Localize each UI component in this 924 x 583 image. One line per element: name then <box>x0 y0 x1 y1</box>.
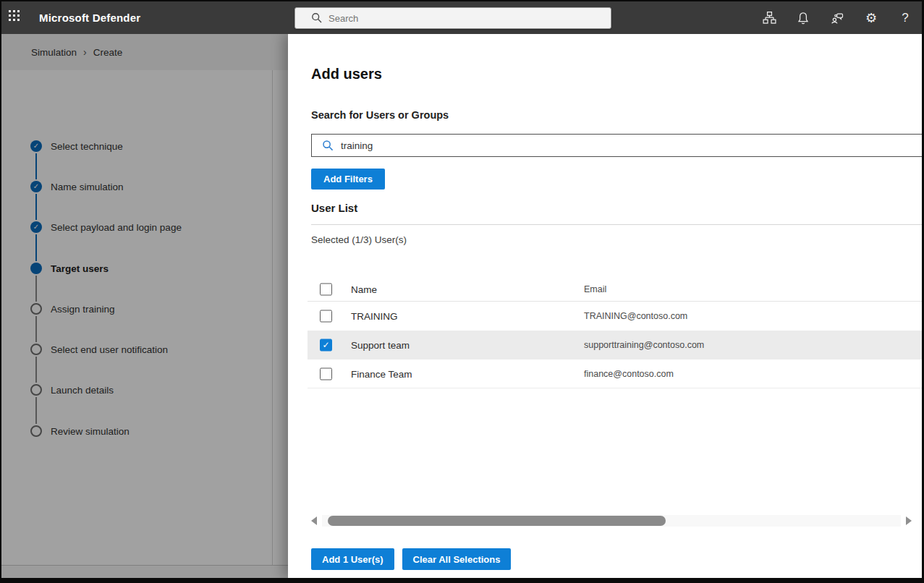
selected-count-label: Selected (1/3) User(s) <box>311 234 407 245</box>
add-users-panel: Add users Search for Users or Groups Add… <box>288 34 922 578</box>
row-checkbox[interactable] <box>320 367 332 380</box>
search-icon <box>311 12 323 24</box>
defender-window: Microsoft Defender <box>0 0 924 583</box>
add-users-button[interactable]: Add 1 User(s) <box>311 548 394 570</box>
horizontal-scrollbar[interactable] <box>311 515 912 527</box>
global-search-input[interactable] <box>329 13 605 24</box>
help-icon[interactable]: ? <box>897 10 913 26</box>
column-header-email: Email <box>584 284 606 294</box>
select-all-checkbox[interactable] <box>320 283 332 295</box>
dimmed-page-background: Simulation › Create ✓ Select technique ✓… <box>1 34 288 578</box>
scroll-left-arrow-icon[interactable] <box>311 516 317 525</box>
section-divider <box>311 224 922 225</box>
column-header-name: Name <box>351 284 377 294</box>
table-row-training[interactable]: TRAINING TRAINING@contoso.com <box>308 302 922 331</box>
table-row-support-team[interactable]: ✓ Support team supporttraining@contoso.c… <box>308 331 922 359</box>
scrollbar-track[interactable] <box>322 515 901 527</box>
user-search-box[interactable] <box>311 134 923 157</box>
table-row-finance-team[interactable]: Finance Team finance@contoso.com <box>308 359 922 388</box>
user-list-title: User List <box>311 202 357 214</box>
top-bar-icons: ⚙ ? <box>761 1 913 34</box>
row-checkbox-checked[interactable]: ✓ <box>320 339 332 352</box>
user-search-input[interactable] <box>341 140 923 151</box>
scroll-right-arrow-icon[interactable] <box>906 516 912 525</box>
row-checkbox[interactable] <box>320 310 332 323</box>
notifications-bell-icon[interactable] <box>795 10 811 26</box>
user-table: Name Email TRAINING TRAINING@contoso.com… <box>308 277 922 388</box>
scrollbar-thumb[interactable] <box>328 516 666 526</box>
search-icon <box>322 140 334 152</box>
org-chart-icon[interactable] <box>761 10 777 26</box>
global-search-box[interactable] <box>294 7 611 29</box>
clear-all-selections-button[interactable]: Clear All Selections <box>402 548 512 570</box>
feedback-icon[interactable] <box>829 10 845 26</box>
top-bar: Microsoft Defender <box>1 1 922 34</box>
table-header-row: Name Email <box>308 277 922 302</box>
settings-gear-icon[interactable]: ⚙ <box>863 10 879 26</box>
search-section-label: Search for Users or Groups <box>311 109 449 121</box>
app-launcher-waffle-icon[interactable] <box>9 10 24 25</box>
panel-footer-actions: Add 1 User(s) Clear All Selections <box>311 548 511 570</box>
app-title: Microsoft Defender <box>39 1 140 34</box>
modal-dim-overlay <box>1 34 288 578</box>
panel-title: Add users <box>311 66 382 82</box>
add-filters-button[interactable]: Add Filters <box>311 169 385 190</box>
